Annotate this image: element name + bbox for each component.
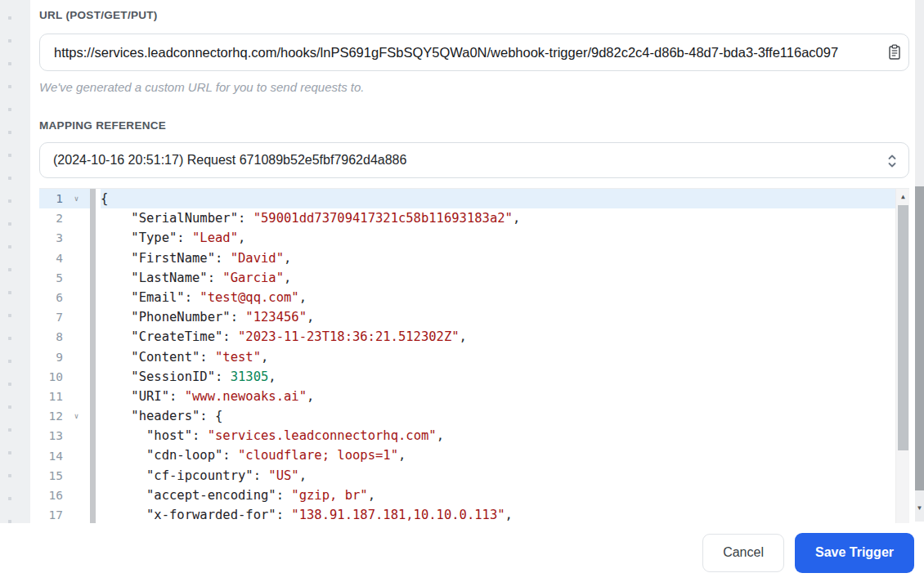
- editor-gutter: 1∨23456789101112∨1314151617: [39, 189, 90, 524]
- code-line: "FirstName": "David",: [101, 248, 895, 268]
- gutter-row: 7: [39, 307, 90, 327]
- fold-arrow-icon[interactable]: ∨: [63, 406, 90, 426]
- line-number: 3: [39, 231, 63, 244]
- code-line: {: [101, 189, 895, 208]
- url-field-label: URL (POST/GET/PUT): [39, 9, 909, 21]
- gutter-row: 16: [39, 486, 90, 505]
- line-number: 2: [39, 212, 63, 225]
- webhook-url-value: https://services.leadconnectorhq.com/hoo…: [54, 45, 838, 60]
- gutter-row: 4: [39, 248, 90, 268]
- code-line: "Email": "test@qq.com",: [101, 288, 895, 307]
- code-line: "cf-ipcountry": "US",: [101, 466, 895, 486]
- gutter-row: 8: [39, 327, 90, 347]
- code-line: "host": "services.leadconnectorhq.com",: [101, 426, 895, 445]
- code-line: "headers": {: [101, 406, 895, 426]
- gutter-row: 14: [39, 445, 90, 465]
- line-number: 8: [39, 330, 63, 343]
- fold-arrow-icon[interactable]: ∨: [63, 189, 90, 208]
- cancel-button[interactable]: Cancel: [702, 534, 784, 572]
- code-line: "LastName": "Garcia",: [101, 268, 895, 288]
- backdrop-dot-pattern: [0, 0, 30, 582]
- code-line: "URI": "www.newoaks.ai",: [101, 387, 895, 406]
- gutter-row: 13: [39, 426, 90, 445]
- gutter-row: 11: [39, 387, 90, 406]
- code-line: "x-forwarded-for": "138.91.187.181,10.10…: [101, 505, 895, 524]
- page-scroll-down-arrow-icon[interactable]: ▼: [915, 497, 924, 518]
- gutter-row: 1∨: [39, 189, 90, 208]
- copy-url-button[interactable]: [886, 43, 903, 63]
- line-number: 13: [39, 429, 63, 442]
- line-number: 11: [39, 390, 63, 403]
- line-number: 15: [39, 469, 63, 482]
- line-number: 1: [39, 192, 63, 205]
- line-number: 5: [39, 271, 63, 284]
- clipboard-icon: [888, 44, 901, 63]
- page-scrollbar[interactable]: ▼: [915, 0, 924, 522]
- code-line: "PhoneNumber": "123456",: [101, 307, 895, 327]
- mapping-reference-selected-value: (2024-10-16 20:51:17) Request 671089b52e…: [53, 153, 406, 168]
- mapping-reference-label: MAPPING REFERENCE: [39, 119, 909, 132]
- line-number: 4: [39, 252, 63, 265]
- code-line: "SessionID": 31305,: [101, 367, 895, 387]
- mapping-reference-select[interactable]: (2024-10-16 20:51:17) Request 671089b52e…: [39, 142, 909, 178]
- webhook-url-input[interactable]: https://services.leadconnectorhq.com/hoo…: [39, 34, 909, 71]
- gutter-row: 15: [39, 466, 90, 486]
- modal-footer: Cancel Save Trigger: [0, 523, 924, 582]
- json-code-editor[interactable]: 1∨23456789101112∨1314151617 { "SerialNum…: [39, 188, 909, 524]
- editor-gutter-divider: [90, 189, 96, 524]
- code-line: "accept-encoding": "gzip, br",: [101, 486, 895, 505]
- gutter-row: 17: [39, 505, 90, 524]
- line-number: 14: [39, 450, 63, 463]
- up-down-chevron-icon: [886, 152, 898, 173]
- gutter-row: 12∨: [39, 406, 90, 426]
- line-number: 9: [39, 351, 63, 364]
- code-line: "Content": "test",: [101, 347, 895, 367]
- line-number: 10: [39, 370, 63, 383]
- editor-scrollbar[interactable]: ▲: [895, 189, 909, 524]
- gutter-row: 6: [39, 288, 90, 307]
- line-number: 6: [39, 291, 63, 304]
- code-line: "cdn-loop": "cloudflare; loops=1",: [101, 445, 895, 465]
- gutter-row: 10: [39, 367, 90, 387]
- line-number: 12: [39, 410, 63, 423]
- webhook-settings-panel: URL (POST/GET/PUT) https://services.lead…: [39, 0, 909, 524]
- line-number: 7: [39, 311, 63, 324]
- editor-scroll-up-arrow-icon[interactable]: ▲: [896, 189, 909, 204]
- code-line: "Type": "Lead",: [101, 228, 895, 248]
- line-number: 16: [39, 489, 63, 502]
- code-line: "SerialNumber": "59001dd73709417321c58b1…: [101, 208, 895, 228]
- gutter-row: 9: [39, 347, 90, 367]
- url-helper-text: We've generated a custom URL for you to …: [39, 80, 909, 94]
- gutter-row: 3: [39, 228, 90, 248]
- gutter-row: 2: [39, 208, 90, 228]
- gutter-row: 5: [39, 268, 90, 288]
- editor-scrollbar-thumb[interactable]: [898, 205, 908, 450]
- line-number: 17: [39, 508, 63, 522]
- save-trigger-button[interactable]: Save Trigger: [795, 533, 914, 573]
- editor-code[interactable]: { "SerialNumber": "59001dd73709417321c58…: [101, 189, 895, 524]
- page-scrollbar-thumb[interactable]: [915, 186, 924, 490]
- code-line: "CreateTime": "2023-11-23T18:36:21.51230…: [101, 327, 895, 347]
